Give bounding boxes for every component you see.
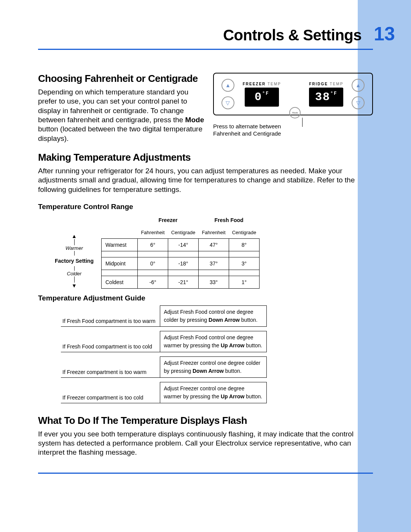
section-heading-adjustments: Making Temperature Adjustments — [38, 152, 373, 163]
action-cell: Adjust Fresh Food control one degree col… — [160, 305, 266, 326]
table-row: If Freezer compartment is too warm Adjus… — [61, 356, 266, 377]
section-heading-flash: What To Do If The Temperature Displays F… — [38, 415, 373, 427]
page-header: Controls & Settings 13 — [0, 23, 411, 45]
cell: -14° — [168, 239, 199, 251]
freezer-temp-label: FREEZER TEMP — [243, 82, 281, 86]
cell: 1° — [229, 276, 260, 289]
row-label: Warmest — [102, 239, 138, 251]
adjustment-guide-table: If Fresh Food compartment is too warm Ad… — [61, 305, 267, 403]
cell: 37° — [199, 257, 229, 270]
table-header: Fresh Food — [199, 214, 260, 227]
fridge-temp-label: FRIDGE TEMP — [309, 82, 343, 86]
freezer-up-arrow-icon: ▲ — [221, 79, 234, 92]
page-content: Controls & Settings 13 Choosing Fahrenhe… — [0, 0, 411, 474]
warmer-label: Warmer — [65, 245, 83, 251]
page-number: 13 — [369, 23, 400, 45]
action-cell: Adjust Freezer control one degree colder… — [160, 356, 266, 377]
up-arrow-icon: ▲ — [72, 233, 77, 239]
colder-label: Colder — [67, 271, 81, 276]
table-header: Freezer — [138, 214, 199, 227]
table-row: If Freezer compartment is too cold Adjus… — [61, 382, 266, 403]
para-text: Depending on which temperature standard … — [38, 88, 188, 124]
panel-caption: Press to alternate between Fahrenheit an… — [213, 118, 302, 137]
section-heading-fahrenheit: Choosing Fahrenheit or Centigrade — [38, 73, 206, 85]
table-row: Midpoint 0° -18° 37° 3° — [102, 257, 260, 270]
down-arrow-icon: ▼ — [72, 283, 77, 289]
row-label: Midpoint — [102, 257, 138, 270]
action-cell: Adjust Freezer control one degree warmer… — [160, 382, 266, 403]
fridge-up-arrow-icon: ▲ — [352, 79, 365, 92]
section-paragraph: After running your refrigerator for 24 h… — [38, 166, 373, 194]
cell: 8° — [229, 239, 260, 251]
condition-cell: If Fresh Food compartment is too warm — [61, 305, 160, 326]
freezer-down-arrow-icon: ▽ — [221, 96, 234, 109]
cell: -21° — [168, 276, 199, 289]
fridge-down-arrow-icon: ▽ — [352, 96, 365, 109]
temperature-range-table: Freezer Fresh Food Fahrenheit Centigrade… — [101, 214, 260, 289]
mode-button-icon: Mode — [289, 107, 301, 118]
table-row: If Fresh Food compartment is too warm Ad… — [61, 305, 266, 326]
fridge-temp-display: 38°F — [309, 88, 343, 107]
para-bold: Mode — [185, 116, 204, 124]
section-paragraph: Depending on which temperature standard … — [38, 88, 206, 143]
row-label: Coldest — [102, 276, 138, 289]
condition-cell: If Fresh Food compartment is too cold — [61, 331, 160, 352]
table-row: Coldest -6° -21° 33° 1° — [102, 276, 260, 289]
subsection-heading-guide: Temperature Adjustment Guide — [38, 294, 373, 302]
table-row: Warmest 6° -14° 47° 8° — [102, 239, 260, 251]
control-panel-illustration: ▲ ▽ FREEZER TEMP 0°F Mode FRIDGE TEMP 38… — [213, 73, 373, 115]
table-subheader: Centigrade — [229, 226, 260, 239]
page-title: Controls & Settings — [223, 27, 362, 44]
cell: 33° — [199, 276, 229, 289]
section-paragraph: If ever you you see both temperature dis… — [38, 430, 373, 457]
table-subheader: Centigrade — [168, 226, 199, 239]
condition-cell: If Freezer compartment is too warm — [61, 356, 160, 377]
subsection-heading-range: Temperature Control Range — [38, 203, 373, 211]
cell: 0° — [138, 257, 168, 270]
range-scale-labels: ▲ Warmer Factory Setting Colder ▼ — [49, 214, 99, 289]
condition-cell: If Freezer compartment is too cold — [61, 382, 160, 403]
table-row: If Fresh Food compartment is too cold Ad… — [61, 331, 266, 352]
freezer-temp-display: 0°F — [245, 88, 279, 107]
para-text: button (located between the two digital … — [38, 125, 202, 142]
table-subheader: Fahrenheit — [199, 226, 229, 239]
cell: 6° — [138, 239, 168, 251]
factory-setting-label: Factory Setting — [55, 258, 94, 264]
cell: 3° — [229, 257, 260, 270]
cell: -18° — [168, 257, 199, 270]
action-cell: Adjust Fresh Food control one degree war… — [160, 331, 266, 352]
footer-divider — [38, 473, 373, 474]
cell: -6° — [138, 276, 168, 289]
table-subheader: Fahrenheit — [138, 226, 168, 239]
cell: 47° — [199, 239, 229, 251]
